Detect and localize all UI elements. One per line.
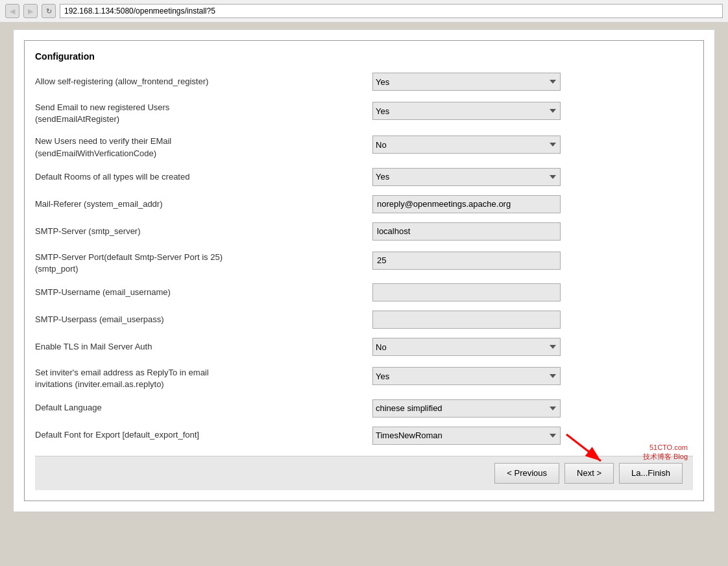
label-sendEmailWithVerficationCode: New Users need to verify their EMail (se…: [35, 136, 372, 159]
label-inviter_email_replyto: Set inviter's email address as ReplyTo i…: [35, 367, 372, 390]
select-sendEmailAtRegister[interactable]: YesNo: [372, 102, 561, 120]
form-row-smtp_port: SMTP-Server Port(default Smtp-Server Por…: [35, 249, 693, 275]
forward-button[interactable]: ▶: [23, 4, 38, 18]
select-default_export_font[interactable]: TimesNewRomanArialCourier: [372, 427, 561, 445]
label-default_rooms: Default Rooms of all types will be creat…: [35, 171, 372, 183]
svg-line-1: [566, 434, 601, 461]
label-default_language: Default Language: [35, 402, 372, 414]
previous-button[interactable]: < Previous: [494, 463, 559, 484]
back-button[interactable]: ◀: [5, 4, 19, 18]
form-row-default_rooms: Default Rooms of all types will be creat…: [35, 167, 693, 187]
form-row-system_email_addr: Mail-Referer (system_email_addr): [35, 195, 693, 214]
select-default_language[interactable]: chinese simplifiedenglishgermanfrench: [372, 399, 561, 418]
form-row-smtp_server: SMTP-Server (smtp_server): [35, 222, 693, 241]
form-row-sendEmailWithVerficationCode: New Users need to verify their EMail (se…: [35, 133, 693, 159]
label-enable_tls: Enable TLS in Mail Server Auth: [35, 341, 372, 353]
label-email_username: SMTP-Username (email_username): [35, 287, 372, 298]
arrow-icon: [563, 431, 609, 467]
input-system_email_addr[interactable]: [372, 195, 561, 213]
form-row-allow_frontend_register: Allow self-registering (allow_frontend_r…: [35, 72, 693, 91]
config-title: Configuration: [35, 51, 693, 62]
watermark: 51CTO.com 技术博客 Blog: [643, 443, 688, 462]
browser-chrome: ◀ ▶ ↻: [0, 0, 728, 23]
label-system_email_addr: Mail-Referer (system_email_addr): [35, 198, 372, 210]
input-smtp_port[interactable]: [372, 252, 561, 270]
form-row-inviter_email_replyto: Set inviter's email address as ReplyTo i…: [35, 364, 693, 390]
label-default_export_font: Default Font for Export [default_export_…: [35, 429, 372, 441]
refresh-button[interactable]: ↻: [42, 4, 56, 18]
finish-button[interactable]: La...Finish: [619, 463, 683, 484]
input-email_userpass[interactable]: [372, 311, 561, 329]
select-allow_frontend_register[interactable]: YesNo: [372, 73, 561, 91]
label-email_userpass: SMTP-Userpass (email_userpass): [35, 314, 372, 325]
input-email_username[interactable]: [372, 283, 561, 301]
form-row-default_language: Default Languagechinese simplifiedenglis…: [35, 399, 693, 418]
label-smtp_port: SMTP-Server Port(default Smtp-Server Por…: [35, 252, 372, 275]
form-row-email_username: SMTP-Username (email_username): [35, 283, 693, 302]
select-default_rooms[interactable]: YesNo: [372, 168, 561, 186]
select-enable_tls[interactable]: YesNo: [372, 338, 561, 356]
form-row-enable_tls: Enable TLS in Mail Server AuthYesNo: [35, 337, 693, 357]
label-allow_frontend_register: Allow self-registering (allow_frontend_r…: [35, 76, 372, 88]
address-bar[interactable]: [60, 4, 723, 18]
input-smtp_server[interactable]: [372, 222, 561, 241]
select-inviter_email_replyto[interactable]: YesNo: [372, 367, 561, 385]
label-smtp_server: SMTP-Server (smtp_server): [35, 226, 372, 237]
form-row-email_userpass: SMTP-Userpass (email_userpass): [35, 310, 693, 329]
select-sendEmailWithVerficationCode[interactable]: YesNo: [372, 136, 561, 154]
form-row-sendEmailAtRegister: Send Email to new registered Users (send…: [35, 99, 693, 125]
label-sendEmailAtRegister: Send Email to new registered Users (send…: [35, 102, 372, 125]
